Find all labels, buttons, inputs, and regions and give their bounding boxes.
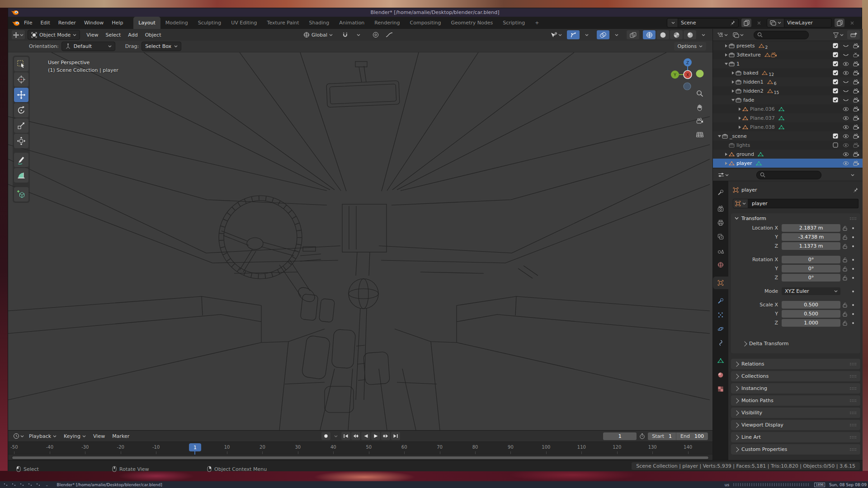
animate-dot-icon[interactable] <box>849 226 857 230</box>
properties-tab-particles[interactable] <box>713 309 728 321</box>
outliner-row-1[interactable]: 1 <box>713 59 863 68</box>
properties-tab-material[interactable] <box>713 369 728 381</box>
camera-icon[interactable] <box>853 80 860 84</box>
animate-dot-icon[interactable] <box>849 321 857 325</box>
properties-tab-object[interactable] <box>713 277 728 289</box>
expander-icon[interactable] <box>723 161 729 165</box>
mode-dropdown[interactable]: XYZ Euler <box>782 287 840 295</box>
outliner-row-hidden2[interactable]: hidden215 <box>713 86 863 95</box>
value-field[interactable]: 2.1837 m <box>782 224 840 232</box>
timeline-ruler[interactable]: -50-40-30-20-101020304050607080901001101… <box>8 442 712 455</box>
properties-editor-dropdown[interactable] <box>717 170 730 179</box>
workspace-icon[interactable] <box>11 483 16 487</box>
eye-open-icon[interactable] <box>842 143 849 147</box>
timeline-menu-view[interactable]: View <box>90 433 108 439</box>
value-field[interactable]: 0° <box>782 256 840 263</box>
animate-dot-icon[interactable] <box>849 258 857 262</box>
jump-start-button[interactable] <box>341 432 350 440</box>
shading-material-button[interactable] <box>670 30 683 39</box>
mode-selector[interactable]: Object Mode <box>28 30 80 40</box>
eye-open-icon[interactable] <box>842 125 849 129</box>
properties-search-input[interactable] <box>767 172 808 178</box>
properties-tab-modifiers[interactable] <box>713 295 728 307</box>
delta-transform-panel[interactable]: Delta Transform <box>743 341 789 347</box>
camera-icon[interactable] <box>853 61 860 66</box>
camera-icon[interactable] <box>853 70 860 75</box>
expander-icon[interactable] <box>723 44 729 48</box>
camera-icon[interactable] <box>853 43 860 48</box>
exclude-checkbox[interactable] <box>832 97 839 103</box>
exclude-checkbox[interactable] <box>832 70 839 75</box>
animate-dot-icon[interactable] <box>849 276 857 280</box>
shading-wireframe-button[interactable] <box>643 30 656 39</box>
menu-help[interactable]: Help <box>108 17 127 29</box>
exclude-checkbox[interactable] <box>832 79 839 84</box>
expander-icon[interactable] <box>723 62 729 66</box>
expander-icon[interactable] <box>737 116 742 120</box>
outliner-row-presets[interactable]: presets2 <box>713 41 863 50</box>
visibility-dropdown[interactable] <box>549 30 563 39</box>
perspective-toggle-button[interactable] <box>694 129 706 141</box>
outliner-row-hidden1[interactable]: hidden16 <box>713 77 863 86</box>
orientation-dropdown[interactable]: Global <box>302 30 334 39</box>
value-field[interactable]: 0.500 <box>782 301 840 309</box>
eye-open-icon[interactable] <box>842 116 849 120</box>
lock-icon[interactable] <box>840 244 849 249</box>
exclude-checkbox[interactable] <box>832 52 839 57</box>
scene-delete-button[interactable] <box>754 19 764 27</box>
panel-custom-properties[interactable]: Custom Properties <box>731 444 860 455</box>
panel-grip-icon[interactable] <box>849 399 857 402</box>
lock-icon[interactable] <box>840 266 849 272</box>
show-gizmo-toggle[interactable] <box>567 30 580 39</box>
shading-solid-button[interactable] <box>656 30 669 39</box>
outliner-row-baked[interactable]: baked12 <box>713 68 863 77</box>
expander-icon[interactable] <box>717 134 722 138</box>
workspace-tab-scripting[interactable]: Scripting <box>498 17 530 29</box>
blender-menu-icon[interactable] <box>12 20 20 26</box>
properties-tab-constraints[interactable] <box>713 337 728 349</box>
breadcrumb-object[interactable]: player <box>741 187 757 193</box>
camera-icon[interactable] <box>853 52 860 57</box>
workspace-tab-uv-editing[interactable]: UV Editing <box>226 17 262 29</box>
panel-grip-icon[interactable] <box>849 387 857 390</box>
panel-grip-icon[interactable] <box>849 362 857 366</box>
start-frame-field[interactable]: Start1 <box>648 432 676 440</box>
outliner-row-3dtexture[interactable]: 3dtexture <box>713 50 863 59</box>
eye-closed-icon[interactable] <box>842 53 849 57</box>
workspace-icon[interactable] <box>19 483 24 487</box>
panel-viewport-display[interactable]: Viewport Display <box>731 420 860 430</box>
new-collection-button[interactable] <box>847 30 860 39</box>
panel-grip-icon[interactable] <box>849 423 857 427</box>
camera-icon[interactable] <box>853 152 860 157</box>
exclude-checkbox[interactable] <box>832 88 839 94</box>
workspace-tab-texture-paint[interactable]: Texture Paint <box>262 17 304 29</box>
next-keyframe-button[interactable] <box>381 432 390 440</box>
animate-dot-icon[interactable] <box>849 235 857 239</box>
animate-dot-icon[interactable] <box>849 267 857 271</box>
window-titlebar[interactable]: Blender* [/home/amalie/Desktop/blender/c… <box>8 8 862 17</box>
scene-copy-button[interactable] <box>741 19 751 27</box>
tool-select-box-button[interactable] <box>14 57 28 71</box>
animate-dot-icon[interactable] <box>849 312 857 316</box>
eye-open-icon[interactable] <box>842 71 849 75</box>
value-field[interactable]: 0.500 <box>782 310 840 318</box>
expander-icon[interactable] <box>730 80 736 84</box>
falloff-dropdown[interactable] <box>383 30 396 39</box>
filter-dropdown[interactable] <box>831 30 845 39</box>
properties-options-dropdown[interactable] <box>846 170 859 179</box>
viewlayer-delete-button[interactable] <box>847 19 857 27</box>
tool-add-cube-button[interactable] <box>14 187 28 202</box>
eye-closed-icon[interactable] <box>842 98 849 102</box>
properties-tab-output[interactable] <box>713 216 728 229</box>
pan-button[interactable] <box>694 102 706 113</box>
camera-icon[interactable] <box>853 143 860 148</box>
object-name-field[interactable]: player <box>748 199 859 208</box>
object-id-dropdown[interactable] <box>733 199 748 208</box>
workspace-tab-sculpting[interactable]: Sculpting <box>193 17 226 29</box>
snap-dropdown[interactable] <box>352 30 365 39</box>
record-button[interactable] <box>321 432 330 440</box>
workspace-tab-layout[interactable]: Layout <box>133 17 160 29</box>
value-field[interactable]: 0° <box>782 265 840 272</box>
current-frame-badge[interactable]: 1 <box>189 443 201 451</box>
timeline-menu-marker[interactable]: Marker <box>108 433 133 439</box>
